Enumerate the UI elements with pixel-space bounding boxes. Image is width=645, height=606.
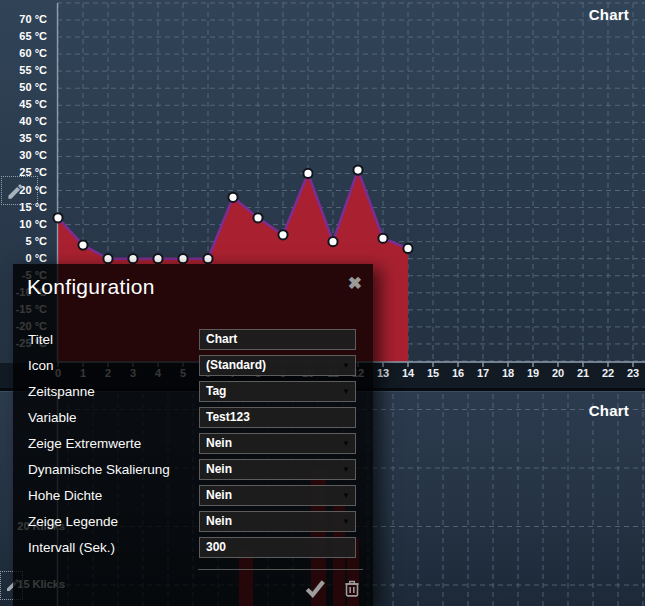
data-point	[278, 230, 287, 239]
data-point	[178, 254, 187, 263]
field-row-intervall-sek: Intervall (Sek.)300	[28, 537, 373, 558]
zeige-extremwerte-select[interactable]: Nein▼	[199, 433, 356, 454]
delete-icon[interactable]	[341, 577, 363, 599]
field-label: Dynamische Skalierung	[28, 462, 199, 477]
data-point	[203, 254, 212, 263]
field-value: Nein	[206, 514, 232, 528]
data-point	[53, 213, 62, 222]
dynamische-skalierung-select[interactable]: Nein▼	[199, 459, 356, 480]
zeige-legende-select[interactable]: Nein▼	[199, 511, 356, 532]
data-point	[78, 240, 87, 249]
hohe-dichte-select[interactable]: Nein▼	[199, 485, 356, 506]
data-point	[328, 237, 337, 246]
chevron-down-icon: ▼	[342, 356, 350, 376]
variable-input[interactable]: Test123	[199, 407, 356, 428]
field-value: 300	[206, 540, 226, 554]
field-label: Variable	[28, 410, 199, 425]
field-label: Zeige Extremwerte	[28, 436, 199, 451]
titel-input[interactable]: Chart	[199, 329, 356, 350]
data-point	[303, 169, 312, 178]
field-label: Titel	[28, 332, 199, 347]
chevron-down-icon: ▼	[342, 460, 350, 480]
dialog-title: Konfiguration	[27, 275, 155, 298]
data-point	[153, 254, 162, 263]
chevron-down-icon: ▼	[342, 512, 350, 532]
edit-handle-top-panel[interactable]	[1, 176, 38, 205]
field-row-titel: TitelChart	[28, 329, 373, 350]
field-label: Zeitspanne	[28, 384, 199, 399]
pencil-icon	[6, 182, 25, 201]
data-point	[103, 254, 112, 263]
field-row-zeitspanne: ZeitspanneTag▼	[28, 381, 373, 402]
confirm-icon[interactable]	[304, 577, 326, 599]
data-point	[378, 234, 387, 243]
data-point	[353, 165, 362, 174]
chevron-down-icon: ▼	[342, 382, 350, 402]
field-row-zeige-extremwerte: Zeige ExtremwerteNein▼	[28, 433, 373, 454]
icon-select[interactable]: (Standard)▼	[199, 355, 356, 376]
close-icon[interactable]: ✖	[348, 275, 362, 292]
field-value: (Standard)	[206, 358, 266, 372]
field-row-dynamische-skalierung: Dynamische SkalierungNein▼	[28, 459, 373, 480]
field-row-variable: VariableTest123	[28, 407, 373, 428]
field-row-hohe-dichte: Hohe DichteNein▼	[28, 485, 373, 506]
data-point	[228, 193, 237, 202]
field-label: Icon	[28, 358, 199, 373]
dialog-body: TitelChartIcon(Standard)▼ZeitspanneTag▼V…	[13, 308, 373, 558]
zeitspanne-select[interactable]: Tag▼	[199, 381, 356, 402]
field-value: Nein	[206, 462, 232, 476]
field-value: Test123	[206, 410, 250, 424]
chevron-down-icon: ▼	[342, 486, 350, 506]
panel-title-bottom: Chart	[589, 402, 629, 419]
field-value: Chart	[206, 332, 237, 346]
dialog-footer	[198, 569, 363, 599]
field-value: Nein	[206, 488, 232, 502]
field-label: Intervall (Sek.)	[28, 540, 199, 555]
data-point	[403, 244, 412, 253]
field-label: Hohe Dichte	[28, 488, 199, 503]
config-dialog: Konfiguration ✖ TitelChartIcon(Standard)…	[13, 264, 373, 606]
panel-title-top: Chart	[589, 6, 629, 23]
field-row-zeige-legende: Zeige LegendeNein▼	[28, 511, 373, 532]
dialog-header: Konfiguration ✖	[13, 264, 373, 308]
field-label: Zeige Legende	[28, 514, 199, 529]
chevron-down-icon: ▼	[342, 434, 350, 454]
data-point	[253, 213, 262, 222]
field-row-icon: Icon(Standard)▼	[28, 355, 373, 376]
field-value: Nein	[206, 436, 232, 450]
field-value: Tag	[206, 384, 226, 398]
intervall-sek-input[interactable]: 300	[199, 537, 356, 558]
data-point	[128, 254, 137, 263]
